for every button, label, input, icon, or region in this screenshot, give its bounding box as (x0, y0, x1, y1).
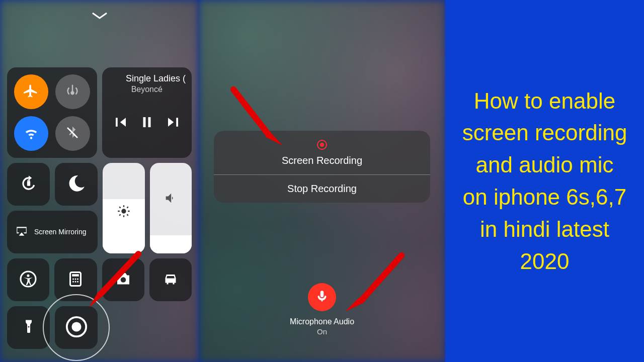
camera-icon (114, 270, 132, 290)
airplane-mode-toggle[interactable] (14, 74, 48, 109)
stop-recording-button[interactable]: Stop Recording (214, 175, 430, 203)
calculator-icon (66, 270, 85, 290)
microphone-label: Microphone Audio (290, 317, 354, 326)
svg-line-8 (119, 207, 120, 208)
microphone-state: On (317, 327, 327, 336)
recording-indicator-icon (317, 140, 327, 150)
do-not-disturb-toggle[interactable] (55, 163, 98, 206)
connectivity-group[interactable] (7, 67, 97, 158)
svg-point-17 (75, 278, 76, 280)
svg-line-11 (119, 214, 120, 215)
pause-button[interactable] (139, 115, 154, 132)
wifi-icon (24, 125, 39, 142)
svg-point-22 (120, 277, 126, 283)
volume-icon (164, 191, 178, 207)
svg-point-18 (77, 278, 78, 280)
svg-line-10 (127, 207, 128, 208)
flashlight-icon (20, 318, 38, 338)
moon-icon (67, 174, 86, 195)
svg-point-26 (66, 317, 86, 336)
svg-point-19 (72, 281, 74, 282)
svg-point-25 (28, 326, 29, 327)
screen-record-button[interactable] (55, 306, 98, 349)
rotation-lock-toggle[interactable] (7, 163, 50, 206)
svg-point-13 (27, 274, 30, 277)
accessibility-icon (19, 270, 37, 290)
svg-point-27 (71, 322, 81, 331)
airplay-icon (14, 225, 29, 240)
microphone-toggle[interactable] (308, 283, 336, 311)
car-icon (162, 270, 180, 290)
carplay-button[interactable] (149, 258, 192, 301)
svg-rect-15 (72, 274, 79, 277)
video-headline: How to enable screen recording and audio… (460, 85, 629, 278)
svg-point-20 (75, 281, 76, 282)
airplane-icon (24, 83, 39, 101)
now-playing-tile[interactable]: Single Ladies ( Beyoncé (102, 67, 192, 158)
bluetooth-off-icon (65, 125, 80, 142)
svg-point-21 (77, 281, 78, 282)
screen-mirroring-button[interactable]: Screen Mirroring (7, 211, 98, 253)
cellular-data-toggle[interactable] (55, 74, 90, 109)
screen-mirroring-label: Screen Mirroring (34, 228, 86, 236)
svg-point-24 (173, 280, 175, 282)
prev-track-button[interactable] (113, 115, 128, 132)
screen-recording-sheet-screenshot: Screen Recording Stop Recording Micropho… (199, 0, 445, 362)
record-icon (65, 315, 88, 340)
svg-point-23 (167, 280, 169, 282)
screen-recording-title: Screen Recording (219, 155, 425, 166)
camera-button[interactable] (102, 258, 144, 301)
track-artist: Beyoncé (108, 85, 186, 94)
title-panel: How to enable screen recording and audio… (445, 0, 644, 362)
brightness-icon (117, 204, 131, 220)
svg-point-16 (72, 278, 74, 280)
wifi-toggle[interactable] (14, 116, 48, 151)
volume-slider[interactable] (150, 163, 192, 253)
track-title: Single Ladies ( (108, 73, 186, 84)
brightness-slider[interactable] (103, 163, 145, 253)
svg-point-3 (121, 209, 126, 213)
antenna-icon (65, 83, 80, 101)
microphone-icon (315, 290, 329, 305)
accessibility-shortcut-button[interactable] (7, 258, 49, 301)
dismiss-caret-icon[interactable] (91, 11, 109, 22)
svg-line-9 (127, 214, 128, 215)
next-track-button[interactable] (166, 115, 181, 132)
bluetooth-toggle[interactable] (55, 116, 90, 151)
control-center-screenshot: Single Ladies ( Beyoncé (0, 0, 199, 362)
rotation-lock-icon (19, 174, 38, 195)
screen-recording-sheet: Screen Recording Stop Recording (214, 131, 430, 203)
